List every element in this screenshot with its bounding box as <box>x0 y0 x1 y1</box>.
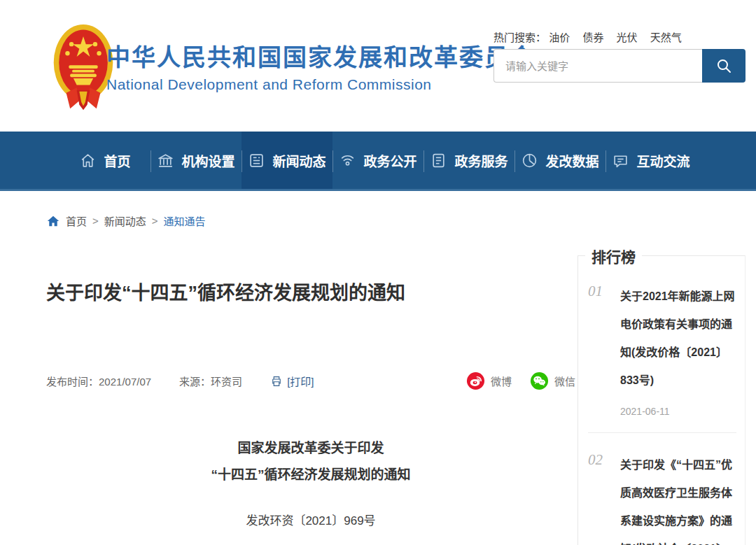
home-icon <box>46 215 60 227</box>
document-icon <box>430 152 447 169</box>
nav-item-news[interactable]: 新闻动态 <box>241 132 332 189</box>
bank-icon <box>157 152 174 169</box>
document-number: 发改环资〔2021〕969号 <box>46 511 575 528</box>
hot-search-term-oil[interactable]: 油价 <box>549 31 570 43</box>
ranking-item-date: 2021-06-11 <box>620 406 736 417</box>
document-title-line1: 国家发展改革委关于印发 <box>46 435 575 462</box>
site-title-chinese: 中华人民共和国国家发展和改革委员会 <box>106 43 535 72</box>
hot-search-term-gas[interactable]: 天然气 <box>650 31 682 43</box>
article-source: 来源：环资司 <box>179 374 242 388</box>
print-button[interactable]: [打印] <box>270 374 314 388</box>
nav-item-interaction[interactable]: 互动交流 <box>606 132 696 189</box>
share-weibo-button[interactable]: 微博 <box>466 371 512 390</box>
hot-search-label: 热门搜索： <box>493 31 546 43</box>
publish-time-label: 发布时间： <box>46 376 99 388</box>
search-button[interactable] <box>702 49 746 83</box>
document-title-line2: “十四五”循环经济发展规划的通知 <box>46 462 575 488</box>
list-item: 01 关于2021年新能源上网电价政策有关事项的通知(发改价格〔2021〕833… <box>588 283 736 433</box>
main-nav: 首页 机构设置 新闻动态 政务公开 政务服务 <box>0 132 756 191</box>
breadcrumb-separator: > <box>92 215 99 227</box>
nav-item-label: 发改数据 <box>545 151 598 170</box>
article-body: 国家发展改革委关于印发 “十四五”循环经济发展规划的通知 发改环资〔2021〕9… <box>46 435 575 528</box>
pie-chart-icon <box>521 152 538 169</box>
newspaper-icon <box>248 152 265 169</box>
nav-item-label: 机构设置 <box>181 151 234 170</box>
nav-item-label: 互动交流 <box>636 151 690 170</box>
nav-item-label: 政务服务 <box>454 151 507 170</box>
wechat-icon <box>530 371 549 390</box>
breadcrumb-news[interactable]: 新闻动态 <box>104 213 146 228</box>
wechat-label: 微信 <box>554 374 575 388</box>
share-wechat-button[interactable]: 微信 <box>530 371 575 390</box>
ranking-list: 01 关于2021年新能源上网电价政策有关事项的通知(发改价格〔2021〕833… <box>578 256 745 545</box>
hot-search-term-pv[interactable]: 光伏 <box>617 31 638 43</box>
site-title-english: National Development and Reform Commissi… <box>106 76 535 93</box>
broadcast-icon <box>339 152 356 169</box>
nav-item-gov-disclosure[interactable]: 政务公开 <box>332 132 424 189</box>
search-box <box>493 49 746 83</box>
breadcrumb-home[interactable]: 首页 <box>66 213 87 228</box>
print-label: [打印] <box>287 374 314 388</box>
nav-item-label: 首页 <box>104 151 130 170</box>
printer-icon <box>270 375 283 388</box>
ranking-title: 排行榜 <box>585 246 642 267</box>
nav-item-gov-services[interactable]: 政务服务 <box>424 132 514 189</box>
source-label: 来源： <box>179 376 211 388</box>
article-meta-row: 发布时间：2021/07/07 来源：环资司 [打印] 微博 <box>46 371 575 390</box>
hot-search-term-bonds[interactable]: 债券 <box>582 31 603 43</box>
chat-icon <box>612 152 629 169</box>
ranking-item-link[interactable]: 关于2021年新能源上网电价政策有关事项的通知(发改价格〔2021〕833号) <box>620 283 736 395</box>
breadcrumb-notices[interactable]: 通知通告 <box>164 213 206 228</box>
nav-item-ndrc-data[interactable]: 发改数据 <box>514 132 606 189</box>
publish-time: 发布时间：2021/07/07 <box>46 374 151 388</box>
ranking-item-link[interactable]: 关于印发《“十四五”优质高效医疗卫生服务体系建设实施方案》的通知(发改社会〔20… <box>620 451 736 545</box>
rank-number: 01 <box>588 283 612 300</box>
weibo-label: 微博 <box>491 374 512 388</box>
hot-search-bar: 热门搜索： 油价 债券 光伏 天然气 <box>493 29 692 44</box>
weibo-icon <box>466 371 485 390</box>
breadcrumb: 首页 > 新闻动态 > 通知通告 <box>46 213 206 228</box>
share-group: 微博 微信 <box>466 371 575 390</box>
search-input[interactable] <box>493 49 702 83</box>
list-item: 02 关于印发《“十四五”优质高效医疗卫生服务体系建设实施方案》的通知(发改社会… <box>588 451 736 545</box>
article-title: 关于印发“十四五”循环经济发展规划的通知 <box>46 278 575 305</box>
nav-item-home[interactable]: 首页 <box>59 132 150 189</box>
home-icon <box>79 152 97 169</box>
source-value: 环资司 <box>211 376 242 388</box>
publish-time-value: 2021/07/07 <box>99 376 151 388</box>
nav-item-label: 政务公开 <box>363 151 416 170</box>
rank-number: 02 <box>588 451 612 469</box>
search-icon <box>715 57 732 74</box>
site-title-block: 中华人民共和国国家发展和改革委员会 National Development a… <box>106 43 535 93</box>
nav-item-label: 新闻动态 <box>272 151 326 170</box>
ranking-sidebar: 排行榜 01 关于2021年新能源上网电价政策有关事项的通知(发改价格〔2021… <box>578 255 746 545</box>
site-header: 中华人民共和国国家发展和改革委员会 National Development a… <box>0 0 756 132</box>
nav-item-organization[interactable]: 机构设置 <box>150 132 241 189</box>
breadcrumb-separator: > <box>152 215 158 227</box>
